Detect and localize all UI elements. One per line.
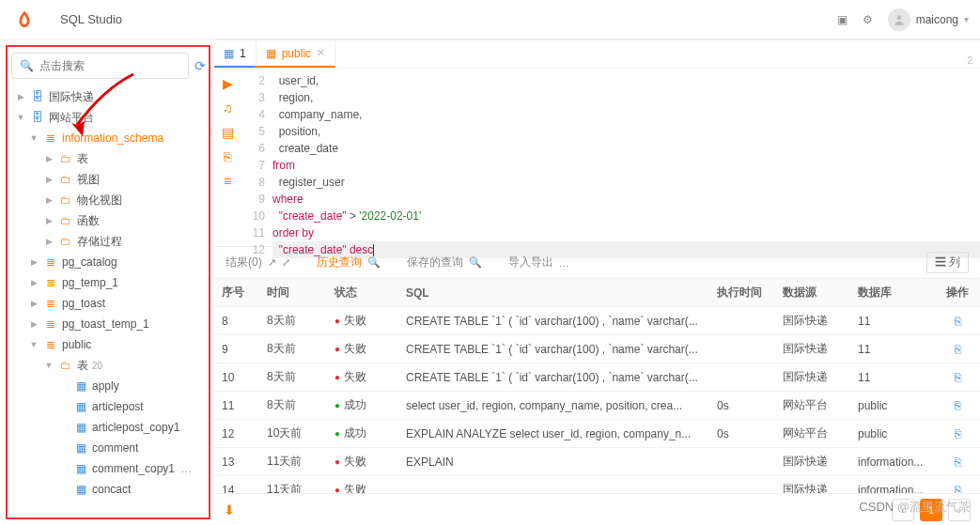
history-table: 序号 时间 状态 SQL 执行时间 数据源 数据库 操作 88天前●失败CREA…: [214, 279, 980, 493]
tree-item[interactable]: ▼🗄网站平台: [11, 107, 205, 128]
chevron-down-icon: ▾: [964, 14, 969, 24]
download-icon[interactable]: ⬇: [224, 502, 235, 517]
db-tree: ▶🗄国际快递▼🗄网站平台▼≣information_schema▶🗀表▶🗀视图▶…: [11, 86, 205, 500]
tree-item[interactable]: ▶🗀物化视图: [11, 190, 205, 210]
tab-history[interactable]: 历史查询🔍: [317, 255, 381, 270]
editor-toolbar: ▶ ♫ ▤ ⎘ ≡: [214, 69, 241, 246]
pager: ⬇ ‹ 1 ›: [214, 493, 980, 525]
tree-item[interactable]: ▶🗀视图: [11, 169, 205, 190]
tree-item[interactable]: ▶🗀表: [11, 148, 205, 169]
tree-item[interactable]: ▦concact: [11, 479, 205, 500]
tab-import-export[interactable]: 导入导出…: [508, 255, 569, 270]
table-row[interactable]: 118天前●成功select user_id, region, company_…: [214, 392, 980, 420]
logo-icon: [11, 7, 38, 33]
tree-item[interactable]: ▦articlepost_copy1: [11, 417, 205, 438]
database-icon[interactable]: ▣: [837, 13, 848, 26]
tab-1[interactable]: ▦ 1: [214, 40, 257, 68]
sidebar: 🔍 ⟳ ▶🗄国际快递▼🗄网站平台▼≣information_schema▶🗀表▶…: [6, 45, 210, 519]
tree-item[interactable]: ▶≣pg_catalog: [11, 252, 205, 272]
copy-icon[interactable]: ⎘: [955, 427, 961, 440]
code-content: user_id, region, company_name, position,…: [272, 72, 980, 246]
search-input-wrap[interactable]: 🔍: [11, 53, 189, 79]
grid-icon: ▦: [224, 47, 234, 60]
tab-saved[interactable]: 保存的查询🔍: [407, 255, 482, 270]
tree-item[interactable]: ▦apply: [11, 376, 205, 396]
tree-item[interactable]: ▶🗀函数: [11, 210, 205, 231]
app-title: SQL Studio: [60, 12, 122, 26]
tree-item[interactable]: ▦comment: [11, 438, 205, 458]
columns-button[interactable]: ☰ 列: [926, 252, 969, 273]
search-icon: 🔍: [469, 256, 482, 269]
tree-item[interactable]: ▼🗀表20: [11, 355, 205, 376]
tab-public[interactable]: ▦ public ✕: [257, 40, 335, 68]
tree-item[interactable]: ▼≣public: [11, 334, 205, 355]
tree-item[interactable]: ▶≣pg_temp_1: [11, 272, 205, 293]
editor-tabs: ▦ 1 ▦ public ✕ 2: [214, 40, 980, 69]
list-icon[interactable]: ≡: [224, 174, 231, 189]
tab-counter: 2: [967, 55, 972, 66]
tree-item[interactable]: ▦articlepost: [11, 396, 205, 417]
results-tabs: 结果(0)↗⤢ 历史查询🔍 保存的查询🔍 导入导出… ☰ 列: [214, 247, 980, 279]
refresh-icon[interactable]: ⟳: [194, 54, 206, 77]
copy-icon[interactable]: ⎘: [955, 399, 961, 412]
save-icon[interactable]: ▤: [222, 125, 234, 140]
search-icon: 🔍: [20, 59, 34, 72]
sql-editor[interactable]: 23456789101112 user_id, region, company_…: [241, 69, 980, 246]
explain-icon[interactable]: ♫: [223, 100, 233, 116]
tree-item[interactable]: ▶≣pg_toast: [11, 293, 205, 314]
table-row[interactable]: 1411天前●失败国际快递information...⎘: [214, 476, 980, 493]
app-header: SQL Studio ▣ ⚙ maicong ▾: [0, 0, 980, 39]
schema-icon: ▦: [266, 47, 276, 60]
tree-item[interactable]: ▦comment_copy1…: [11, 458, 205, 479]
copy-icon[interactable]: ⎘: [955, 456, 961, 469]
table-row[interactable]: 1311天前●失败EXPLAIN国际快递information...⎘: [214, 448, 980, 476]
copy-icon[interactable]: ⎘: [955, 315, 961, 328]
pager-prev[interactable]: ‹: [892, 499, 914, 521]
avatar: [888, 8, 910, 31]
svg-point-0: [896, 15, 901, 20]
tree-item[interactable]: ▶≣pg_toast_temp_1: [11, 314, 205, 334]
editor-area: ▶ ♫ ▤ ⎘ ≡ 23456789101112 user_id, region…: [214, 69, 980, 247]
copy-icon[interactable]: ⎘: [955, 343, 961, 356]
copy-icon[interactable]: ⎘: [955, 484, 961, 494]
table-row[interactable]: 98天前●失败CREATE TABLE `1` ( `id` varchar(1…: [214, 335, 980, 363]
search-input[interactable]: [39, 59, 180, 72]
format-icon[interactable]: ⎘: [224, 149, 231, 164]
pager-page-1[interactable]: 1: [920, 499, 942, 521]
gear-icon[interactable]: ⚙: [863, 13, 873, 26]
close-icon[interactable]: ✕: [317, 47, 325, 59]
table-row[interactable]: 1210天前●成功EXPLAIN ANALYZE select user_id,…: [214, 420, 980, 448]
copy-icon[interactable]: ⎘: [955, 371, 961, 384]
search-icon: 🔍: [367, 256, 381, 269]
username: maicong: [916, 13, 958, 26]
tree-item[interactable]: ▶🗀存储过程: [11, 231, 205, 252]
tab-results[interactable]: 结果(0)↗⤢: [226, 255, 290, 270]
table-header: 序号 时间 状态 SQL 执行时间 数据源 数据库 操作: [214, 279, 980, 307]
run-icon[interactable]: ▶: [223, 76, 233, 91]
user-menu[interactable]: maicong ▾: [888, 8, 969, 31]
line-numbers: 23456789101112: [241, 72, 272, 246]
tree-item[interactable]: ▶🗄国际快递: [11, 86, 205, 107]
tree-item[interactable]: ▼≣information_schema: [11, 128, 205, 148]
main-panel: ▦ 1 ▦ public ✕ 2 ▶ ♫ ▤ ⎘ ≡ 2345678910111…: [214, 39, 980, 525]
pager-next[interactable]: ›: [948, 499, 971, 521]
table-row[interactable]: 108天前●失败CREATE TABLE `1` ( `id` varchar(…: [214, 363, 980, 392]
table-row[interactable]: 88天前●失败CREATE TABLE `1` ( `id` varchar(1…: [214, 307, 980, 335]
